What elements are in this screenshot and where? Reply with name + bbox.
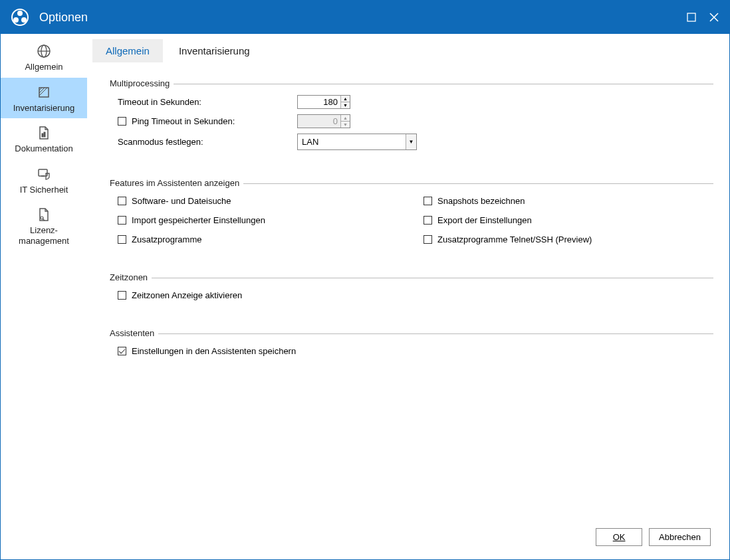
feature-checkbox[interactable]: [424, 216, 432, 225]
sidebar-item-label: Inventarisierung: [13, 103, 75, 114]
svg-point-1: [17, 11, 23, 16]
spin-up-icon: ▲: [341, 115, 350, 122]
ping-timeout-spinner: ▲ ▼: [297, 114, 350, 128]
svg-rect-12: [44, 132, 45, 137]
feature-checkbox[interactable]: [118, 197, 126, 205]
window-title: Optionen: [39, 11, 88, 25]
feature-label: Software- und Dateisuche: [132, 196, 231, 206]
sidebar-item-lizenzmanagement[interactable]: Lizenz- management: [1, 200, 87, 251]
svg-rect-4: [687, 13, 695, 21]
spin-up-icon[interactable]: ▲: [341, 96, 350, 102]
ok-button[interactable]: OK: [596, 528, 642, 546]
scanmode-select[interactable]: LAN ▼: [297, 134, 417, 150]
ping-timeout-label: Ping Timeout in Sekunden:: [132, 116, 235, 126]
timeout-spinner[interactable]: ▲ ▼: [297, 95, 350, 109]
feature-label: Export der Einstellungen: [437, 215, 532, 225]
section-assistenten: Assistenten: [110, 328, 713, 338]
timeout-input[interactable]: [298, 96, 340, 108]
maximize-button[interactable]: [680, 6, 703, 29]
ping-timeout-checkbox[interactable]: [118, 117, 126, 126]
section-zeitzonen: Zeitzonen: [110, 272, 713, 282]
document-icon: [36, 125, 52, 141]
sidebar-item-dokumentation[interactable]: Dokumentation: [1, 118, 87, 159]
spin-down-icon[interactable]: ▼: [341, 102, 350, 108]
sidebar-item-label: Dokumentation: [15, 143, 72, 154]
dialog-footer: OK Abbrechen: [90, 521, 720, 553]
spin-down-icon: ▼: [341, 122, 350, 128]
sidebar-item-it-sicherheit[interactable]: IT Sicherheit: [1, 159, 87, 201]
titlebar: Optionen: [1, 1, 729, 34]
sidebar-item-inventarisierung[interactable]: Inventarisierung: [1, 78, 87, 119]
section-title: Features im Assistenten anzeigen: [110, 178, 239, 188]
globe-icon: [36, 43, 52, 59]
tabs: Allgemein Inventarisierung: [92, 39, 720, 62]
license-icon: [36, 207, 52, 223]
chevron-down-icon[interactable]: ▼: [406, 134, 416, 149]
section-multiprocessing: Multiprocessing: [110, 78, 713, 88]
section-title: Zeitzonen: [110, 272, 148, 282]
tab-allgemein[interactable]: Allgemein: [92, 39, 163, 62]
cancel-button[interactable]: Abbrechen: [649, 528, 711, 546]
close-button[interactable]: [703, 6, 725, 29]
shield-icon: [36, 166, 52, 182]
svg-point-3: [21, 17, 27, 23]
sidebar-item-allgemein[interactable]: Allgemein: [1, 37, 87, 78]
timeout-label: Timeout in Sekunden:: [118, 97, 297, 107]
assistenten-label: Einstellungen in den Assistenten speiche…: [132, 346, 296, 356]
sidebar-item-label: IT Sicherheit: [20, 185, 68, 195]
scanmode-label: Scanmodus festlegen:: [118, 137, 297, 147]
feature-checkbox[interactable]: [118, 216, 126, 225]
zeitzonen-label: Zeitzonen Anzeige aktivieren: [132, 290, 242, 300]
feature-label: Zusatzprogramme Telnet/SSH (Preview): [437, 234, 592, 244]
inventory-icon: [36, 84, 52, 100]
section-features: Features im Assistenten anzeigen: [110, 178, 713, 188]
assistenten-checkbox[interactable]: [118, 347, 126, 355]
sidebar: Allgemein Inventarisierung Dokumentation…: [1, 34, 87, 559]
zeitzonen-checkbox[interactable]: [118, 291, 126, 300]
svg-point-2: [13, 17, 19, 23]
feature-label: Import gespeicherter Einstellungen: [132, 215, 265, 225]
app-logo-icon: [10, 7, 30, 27]
feature-checkbox[interactable]: [118, 235, 126, 244]
feature-label: Zusatzprogramme: [132, 234, 201, 244]
svg-rect-11: [42, 134, 43, 137]
feature-checkbox[interactable]: [424, 235, 432, 244]
feature-label: Snapshots bezeichnen: [437, 196, 525, 206]
sidebar-item-label: Allgemein: [25, 62, 62, 72]
ping-timeout-input: [298, 115, 340, 128]
feature-checkbox[interactable]: [424, 197, 432, 205]
tab-inventarisierung[interactable]: Inventarisierung: [166, 39, 263, 62]
section-title: Multiprocessing: [110, 78, 170, 88]
section-title: Assistenten: [110, 328, 154, 338]
content-panel: Multiprocessing Timeout in Sekunden: ▲ ▼: [90, 62, 720, 521]
sidebar-item-label: Lizenz- management: [19, 225, 69, 246]
scanmode-value: LAN: [298, 134, 406, 149]
